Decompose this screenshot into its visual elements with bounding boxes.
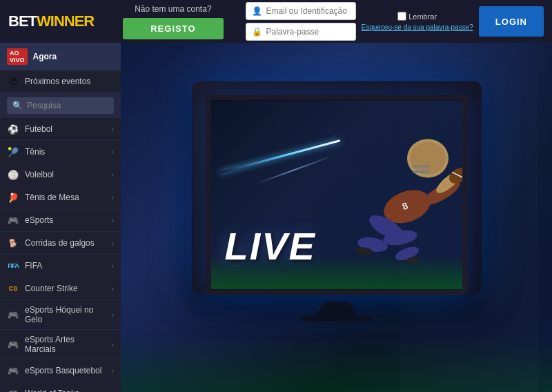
lock-icon: 🔒 bbox=[252, 27, 262, 37]
hoquei-icon: 🎮 bbox=[7, 308, 19, 321]
main-layout: AOVIVO Agora ⏱ Próximos eventos 🔍 ⚽ Fute… bbox=[0, 43, 552, 392]
tv-base bbox=[302, 315, 371, 321]
tenis-icon: 🎾 bbox=[7, 146, 19, 158]
live-text: LIVE bbox=[225, 224, 316, 268]
sidebar-label-proximos: Próximos eventos bbox=[25, 77, 114, 86]
tv-container: 8 LIVE bbox=[192, 81, 482, 343]
tv-screen: 8 LIVE bbox=[206, 95, 468, 295]
logo: BETWINNER bbox=[8, 12, 94, 30]
star-trail bbox=[219, 139, 340, 173]
remember-label[interactable]: Lembrar bbox=[397, 12, 437, 21]
search-icon: 🔍 bbox=[12, 101, 23, 110]
remember-checkbox[interactable] bbox=[397, 12, 406, 21]
no-account-text: Não tem uma conta? bbox=[135, 4, 211, 14]
email-field-wrap: 👤 bbox=[246, 2, 356, 20]
auth-inputs: 👤 🔒 bbox=[246, 2, 356, 41]
sidebar-item-voleibol[interactable]: 🏐 Voleibol › bbox=[0, 164, 121, 186]
email-input[interactable] bbox=[266, 6, 350, 16]
chevron-right-icon: › bbox=[112, 341, 114, 349]
remember-group: Lembrar Esqueceu-se da sua palavra-passe… bbox=[362, 12, 473, 31]
logo-bet: BET bbox=[8, 12, 37, 30]
corridas-icon: 🐕 bbox=[7, 237, 19, 249]
logo-winner: WINNER bbox=[37, 12, 94, 30]
user-icon: 👤 bbox=[252, 6, 262, 16]
fifa-icon: FIFA bbox=[7, 259, 19, 272]
search-input-wrap: 🔍 bbox=[7, 97, 114, 114]
chevron-right-icon: › bbox=[112, 285, 114, 293]
sidebar-item-esports-hoquei[interactable]: 🎮 eSports Hóquei no Gelo › bbox=[0, 300, 121, 330]
chevron-right-icon: › bbox=[112, 311, 114, 319]
voleibol-icon: 🏐 bbox=[7, 168, 19, 181]
player-silhouette: 8 bbox=[338, 117, 462, 289]
password-field-wrap: 🔒 bbox=[246, 23, 356, 41]
sidebar-item-counter-strike[interactable]: CS Counter Strike › bbox=[0, 277, 121, 300]
svg-rect-3 bbox=[413, 170, 430, 173]
sidebar-item-esports-basquete[interactable]: 🎮 eSports Basquetebol › bbox=[0, 360, 121, 382]
sidebar-item-proximos[interactable]: ⏱ Próximos eventos bbox=[0, 70, 121, 93]
chevron-right-icon: › bbox=[112, 262, 114, 270]
chevron-right-icon: › bbox=[112, 148, 114, 156]
sidebar-item-tenis-mesa[interactable]: 🏓 Tênis de Mesa › bbox=[0, 186, 121, 209]
live-tab[interactable]: AOVIVO Agora bbox=[0, 43, 121, 70]
esports-icon: 🎮 bbox=[7, 214, 19, 226]
sidebar-item-fifa[interactable]: FIFA FIFA › bbox=[0, 255, 121, 277]
sidebar-item-esports[interactable]: 🎮 eSports › bbox=[0, 209, 121, 232]
sidebar-item-world-of-tanks[interactable]: 🎮 World of Tanks › bbox=[0, 382, 121, 392]
live-banner: 8 LIVE bbox=[121, 43, 552, 392]
header-center: Não tem uma conta? REGISTO bbox=[108, 4, 238, 39]
chevron-right-icon: › bbox=[112, 171, 114, 179]
artes-icon: 🎮 bbox=[7, 338, 19, 351]
futebol-icon: ⚽ bbox=[7, 123, 19, 135]
sidebar: AOVIVO Agora ⏱ Próximos eventos 🔍 ⚽ Fute… bbox=[0, 43, 121, 392]
sidebar-item-esports-artes[interactable]: 🎮 eSports Artes Marciais › bbox=[0, 330, 121, 360]
chevron-right-icon: › bbox=[112, 367, 114, 375]
forgot-password-link[interactable]: Esqueceu-se da sua palavra-passe? bbox=[362, 23, 473, 31]
chevron-right-icon: › bbox=[112, 126, 114, 133]
clock-icon: ⏱ bbox=[7, 75, 19, 88]
svg-rect-2 bbox=[413, 165, 430, 167]
tanks-icon: 🎮 bbox=[7, 387, 19, 392]
chevron-right-icon: › bbox=[112, 390, 114, 393]
password-input[interactable] bbox=[266, 27, 350, 37]
live-badge: AOVIVO bbox=[7, 48, 28, 65]
tenis-mesa-icon: 🏓 bbox=[7, 191, 19, 204]
chevron-right-icon: › bbox=[112, 217, 114, 224]
cs-icon: CS bbox=[7, 282, 19, 295]
basquete-icon: 🎮 bbox=[7, 364, 19, 377]
tv-body: 8 LIVE bbox=[192, 81, 482, 315]
register-button[interactable]: REGISTO bbox=[123, 18, 223, 39]
chevron-right-icon: › bbox=[112, 194, 114, 202]
header: BETWINNER Não tem uma conta? REGISTO 👤 🔒… bbox=[0, 0, 552, 43]
main-content: 8 LIVE bbox=[121, 43, 552, 392]
svg-point-1 bbox=[410, 141, 446, 175]
search-input[interactable] bbox=[27, 101, 108, 110]
sidebar-search: 🔍 bbox=[0, 93, 121, 118]
login-button[interactable]: LOGIN bbox=[479, 6, 544, 37]
chevron-right-icon: › bbox=[112, 239, 114, 247]
sidebar-item-futebol[interactable]: ⚽ Futebol › bbox=[0, 118, 121, 141]
agora-label: Agora bbox=[33, 52, 57, 61]
sidebar-item-corridas[interactable]: 🐕 Corridas de galgos › bbox=[0, 232, 121, 255]
sidebar-item-tenis[interactable]: 🎾 Tênis › bbox=[0, 141, 121, 164]
header-right: 👤 🔒 Lembrar Esqueceu-se da sua palavra-p… bbox=[246, 2, 544, 41]
tv-stand bbox=[316, 302, 357, 315]
